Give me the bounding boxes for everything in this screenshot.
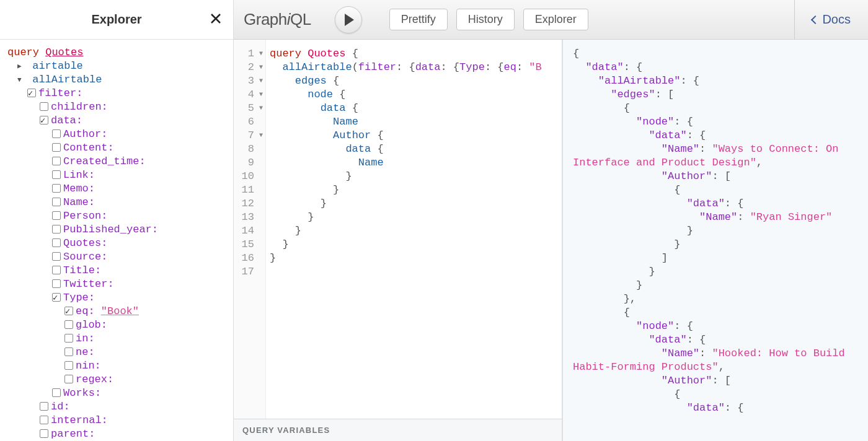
tree-item-data[interactable]: data:: [7, 114, 226, 128]
checkbox-icon[interactable]: [52, 225, 61, 234]
operation-name[interactable]: Quotes: [45, 46, 83, 58]
tree-item-field[interactable]: Quotes:: [7, 237, 226, 250]
tree-item-field[interactable]: Content:: [7, 141, 226, 155]
code-lines[interactable]: query Quotes { allAirtable(filter: {data…: [266, 40, 562, 419]
fold-arrow-icon[interactable]: ▼: [254, 88, 263, 102]
tree-item-children[interactable]: children:: [7, 100, 226, 114]
checkbox-icon[interactable]: [40, 429, 48, 438]
checkbox-icon[interactable]: [64, 320, 73, 329]
collapsed-arrow-icon[interactable]: ▶: [17, 59, 26, 73]
tree-item-allairtable[interactable]: ▼ allAirtable: [7, 73, 226, 87]
tree-item-field[interactable]: Published_year:: [7, 223, 226, 237]
tree-item-parent[interactable]: parent:: [7, 427, 226, 441]
checkbox-icon[interactable]: [52, 266, 61, 274]
code-line: {: [568, 47, 868, 61]
fold-arrow-icon[interactable]: ▼: [254, 129, 263, 142]
tree-item-field[interactable]: Type:: [7, 291, 226, 305]
tree-item-glob[interactable]: glob:: [7, 318, 226, 332]
tree-item-field[interactable]: Name:: [7, 196, 226, 209]
checkbox-icon[interactable]: [40, 416, 48, 424]
code-line: {: [568, 306, 868, 320]
explorer-panel: Explorer query Quotes ▶ airtable ▼ allAi…: [0, 0, 234, 441]
query-header[interactable]: query Quotes: [7, 46, 226, 59]
tree-item-nin[interactable]: nin:: [7, 359, 226, 373]
result-viewer[interactable]: { "data": { "allAirtable": { "edges": [ …: [562, 40, 868, 441]
close-icon[interactable]: [210, 12, 222, 27]
code-line: Habit-Forming Products",: [568, 360, 868, 374]
docs-button[interactable]: Docs: [794, 0, 858, 39]
result-lines: { "data": { "allAirtable": { "edges": [ …: [568, 47, 868, 415]
tree-item-field[interactable]: Author:: [7, 128, 226, 141]
checkbox-icon[interactable]: [64, 375, 73, 383]
tree-item-field[interactable]: Person:: [7, 209, 226, 223]
fold-arrow-icon[interactable]: ▼: [254, 74, 263, 88]
eq-value[interactable]: "Book": [101, 305, 139, 317]
checkbox-icon[interactable]: [52, 184, 61, 193]
checkbox-icon[interactable]: [52, 252, 61, 261]
history-button[interactable]: History: [456, 9, 515, 30]
field-label: Name:: [63, 196, 95, 208]
checkbox-icon[interactable]: [52, 279, 61, 288]
code-line: }: [270, 197, 562, 211]
tree-item-id[interactable]: id:: [7, 400, 226, 414]
code-line: }: [568, 224, 868, 238]
code-line: [270, 265, 562, 279]
code-line: }: [568, 279, 868, 292]
checkbox-icon[interactable]: [52, 170, 61, 179]
fold-arrow-icon[interactable]: ▼: [254, 102, 263, 115]
code-line: data {: [270, 102, 562, 115]
checkbox-icon[interactable]: [64, 361, 73, 370]
tree-item-field[interactable]: Twitter:: [7, 277, 226, 291]
checkbox-icon[interactable]: [52, 388, 61, 397]
explorer-tree[interactable]: query Quotes ▶ airtable ▼ allAirtable fi…: [0, 40, 233, 441]
tree-item-field[interactable]: Created_time:: [7, 155, 226, 168]
code-line: data {: [270, 142, 562, 156]
fold-arrow-icon[interactable]: ▼: [254, 61, 263, 74]
code-line: "data": {: [568, 61, 868, 74]
content-split: 1▼2▼3▼4▼5▼67▼891011121314151617 query Qu…: [234, 40, 868, 441]
field-label: Link:: [63, 169, 95, 181]
editor-body[interactable]: 1▼2▼3▼4▼5▼67▼891011121314151617 query Qu…: [234, 40, 562, 419]
code-line: }: [270, 238, 562, 251]
checkbox-icon[interactable]: [64, 347, 73, 356]
query-variables-bar[interactable]: QUERY VARIABLES: [234, 419, 562, 441]
tree-item-in[interactable]: in:: [7, 332, 226, 346]
code-line: "data": {: [568, 333, 868, 347]
tree-item-filter[interactable]: filter:: [7, 87, 226, 100]
prettify-button[interactable]: Prettify: [389, 9, 448, 30]
code-line: "data": {: [568, 401, 868, 415]
explorer-button[interactable]: Explorer: [523, 9, 588, 30]
checkbox-checked-icon[interactable]: [64, 307, 73, 315]
field-label: Created_time:: [63, 155, 146, 167]
tree-item-ne[interactable]: ne:: [7, 346, 226, 359]
checkbox-icon[interactable]: [64, 334, 73, 343]
tree-item-field[interactable]: Title:: [7, 264, 226, 277]
checkbox-icon[interactable]: [40, 402, 48, 411]
checkbox-icon[interactable]: [52, 129, 61, 138]
expanded-arrow-icon[interactable]: ▼: [17, 73, 26, 87]
tree-item-regex[interactable]: regex:: [7, 373, 226, 386]
checkbox-checked-icon[interactable]: [52, 293, 61, 302]
tree-item-field[interactable]: Link:: [7, 168, 226, 182]
checkbox-icon[interactable]: [40, 102, 48, 111]
checkbox-icon[interactable]: [52, 157, 61, 165]
tree-item-airtable[interactable]: ▶ airtable: [7, 59, 226, 73]
checkbox-icon[interactable]: [52, 198, 61, 206]
checkbox-icon[interactable]: [52, 211, 61, 220]
tree-item-internal[interactable]: internal:: [7, 414, 226, 427]
checkbox-checked-icon[interactable]: [27, 89, 36, 97]
tree-item-field[interactable]: Source:: [7, 250, 226, 264]
play-icon: [345, 14, 354, 26]
execute-button[interactable]: [335, 6, 362, 33]
tree-item-eq[interactable]: eq: "Book": [7, 305, 226, 318]
checkbox-icon[interactable]: [52, 238, 61, 247]
explorer-header: Explorer: [0, 0, 233, 40]
checkbox-checked-icon[interactable]: [40, 116, 48, 124]
tree-item-field[interactable]: Memo:: [7, 182, 226, 196]
tree-item-works[interactable]: Works:: [7, 386, 226, 400]
field-label: Twitter:: [63, 278, 114, 290]
code-line: "edges": [: [568, 88, 868, 102]
fold-arrow-icon[interactable]: ▼: [254, 47, 263, 61]
checkbox-icon[interactable]: [52, 143, 61, 152]
code-line: "Author": [: [568, 170, 868, 183]
